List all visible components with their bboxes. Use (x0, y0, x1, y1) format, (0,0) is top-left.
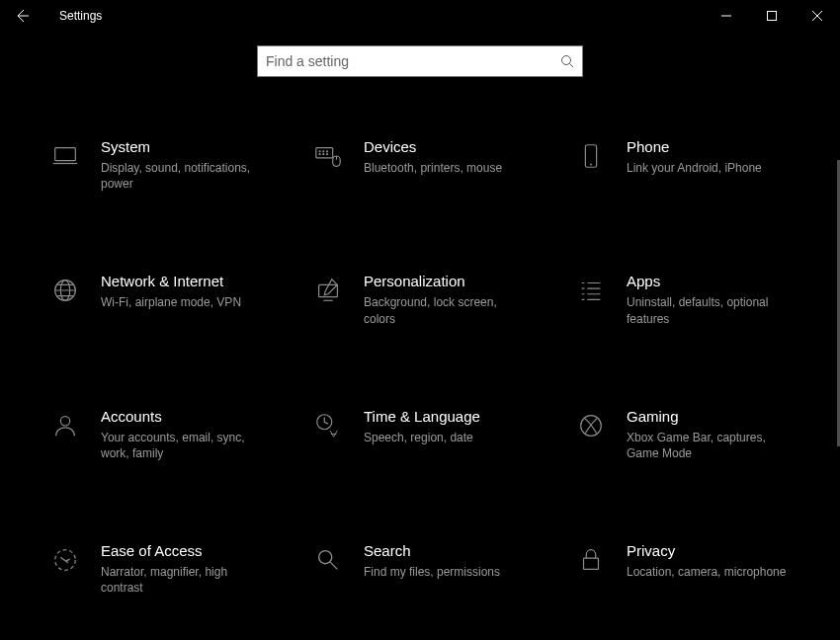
search-icon (560, 54, 574, 68)
back-button[interactable] (6, 0, 38, 32)
tile-text: Network & InternetWi-Fi, airplane mode, … (101, 273, 273, 310)
window-controls (704, 0, 840, 32)
tile-description: Find my files, permissions (364, 564, 528, 580)
ease-of-access-icon (49, 544, 81, 576)
apps-list-icon (575, 275, 607, 306)
tile-description: Background, lock screen, colors (364, 294, 528, 326)
tile-description: Narrator, magnifier, high contrast (101, 564, 265, 596)
search-container (0, 45, 840, 77)
svg-point-6 (327, 151, 328, 152)
tile-title: Gaming (627, 408, 791, 426)
tile-description: Your accounts, email, sync, work, family (101, 430, 265, 461)
tile-apps[interactable]: AppsUninstall, defaults, optional featur… (555, 261, 818, 338)
tile-devices[interactable]: DevicesBluetooth, printers, mouse (293, 126, 555, 203)
svg-point-9 (327, 154, 328, 155)
person-icon (49, 410, 81, 441)
tile-text: AccountsYour accounts, email, sync, work… (101, 408, 273, 461)
tile-personalization[interactable]: PersonalizationBackground, lock screen, … (293, 261, 555, 338)
tile-description: Display, sound, notifications, power (101, 160, 265, 192)
tile-description: Link your Android, iPhone (627, 160, 791, 176)
tile-description: Bluetooth, printers, mouse (364, 160, 528, 176)
tile-text: PhoneLink your Android, iPhone (627, 138, 798, 176)
svg-rect-0 (768, 12, 777, 21)
tile-title: Accounts (101, 408, 265, 426)
tile-title: Ease of Access (101, 542, 265, 560)
lock-icon (575, 544, 607, 576)
gaming-icon (575, 410, 607, 441)
search-magnifier-icon (312, 544, 344, 576)
settings-grid: SystemDisplay, sound, notifications, pow… (30, 126, 830, 640)
svg-point-12 (590, 164, 592, 166)
tile-time-language[interactable]: Time & LanguageSpeech, region, date (293, 396, 555, 473)
tile-text: DevicesBluetooth, printers, mouse (364, 138, 536, 176)
svg-point-16 (60, 416, 69, 425)
search-box[interactable] (257, 45, 583, 77)
svg-point-1 (562, 56, 571, 65)
tile-title: Network & Internet (101, 273, 265, 290)
titlebar-left: Settings (6, 0, 102, 32)
time-language-icon (312, 410, 344, 441)
svg-point-8 (323, 154, 324, 155)
tile-gaming[interactable]: GamingXbox Game Bar, captures, Game Mode (555, 396, 818, 473)
svg-rect-3 (316, 148, 333, 158)
tile-phone[interactable]: PhoneLink your Android, iPhone (555, 126, 818, 203)
tile-text: AppsUninstall, defaults, optional featur… (627, 273, 798, 326)
tile-title: Phone (627, 138, 791, 156)
tile-text: PrivacyLocation, camera, microphone (627, 542, 798, 580)
tile-text: SystemDisplay, sound, notifications, pow… (101, 138, 273, 192)
scrollbar[interactable] (836, 32, 840, 640)
tile-search[interactable]: SearchFind my files, permissions (293, 530, 555, 607)
phone-icon (575, 140, 607, 172)
tile-text: SearchFind my files, permissions (364, 542, 536, 580)
globe-icon (49, 275, 81, 306)
window-title: Settings (59, 9, 102, 23)
svg-point-20 (319, 551, 332, 564)
tile-description: Xbox Game Bar, captures, Game Mode (627, 430, 791, 461)
tile-title: Devices (364, 138, 528, 156)
tile-title: Privacy (627, 542, 791, 560)
tile-title: Apps (627, 273, 791, 290)
close-button[interactable] (795, 0, 840, 32)
tile-network-internet[interactable]: Network & InternetWi-Fi, airplane mode, … (30, 261, 293, 338)
minimize-icon (721, 11, 731, 21)
tile-title: Search (364, 542, 528, 560)
arrow-left-icon (14, 8, 30, 24)
devices-icon (312, 140, 344, 172)
tile-text: Time & LanguageSpeech, region, date (364, 408, 536, 445)
svg-point-4 (319, 151, 320, 152)
tile-description: Uninstall, defaults, optional features (627, 294, 791, 326)
close-icon (812, 11, 822, 21)
tile-title: Personalization (364, 273, 528, 290)
tile-title: System (101, 138, 265, 156)
svg-point-5 (323, 151, 324, 152)
tile-description: Location, camera, microphone (627, 564, 791, 580)
tile-description: Speech, region, date (364, 430, 528, 445)
tile-text: PersonalizationBackground, lock screen, … (364, 273, 536, 326)
svg-rect-2 (55, 148, 76, 161)
tile-text: Ease of AccessNarrator, magnifier, high … (101, 542, 273, 596)
tile-system[interactable]: SystemDisplay, sound, notifications, pow… (30, 126, 293, 203)
minimize-button[interactable] (704, 0, 749, 32)
svg-point-7 (319, 154, 320, 155)
laptop-icon (49, 140, 81, 172)
tile-description: Wi-Fi, airplane mode, VPN (101, 294, 265, 310)
tile-privacy[interactable]: PrivacyLocation, camera, microphone (555, 530, 818, 607)
maximize-button[interactable] (749, 0, 795, 32)
tile-ease-of-access[interactable]: Ease of AccessNarrator, magnifier, high … (30, 530, 293, 607)
tile-title: Time & Language (364, 408, 528, 426)
tile-accounts[interactable]: AccountsYour accounts, email, sync, work… (30, 396, 293, 473)
titlebar: Settings (0, 0, 840, 32)
personalization-icon (312, 275, 344, 306)
svg-rect-21 (584, 558, 599, 569)
search-input[interactable] (266, 53, 560, 69)
maximize-icon (767, 11, 777, 21)
tile-text: GamingXbox Game Bar, captures, Game Mode (627, 408, 798, 461)
